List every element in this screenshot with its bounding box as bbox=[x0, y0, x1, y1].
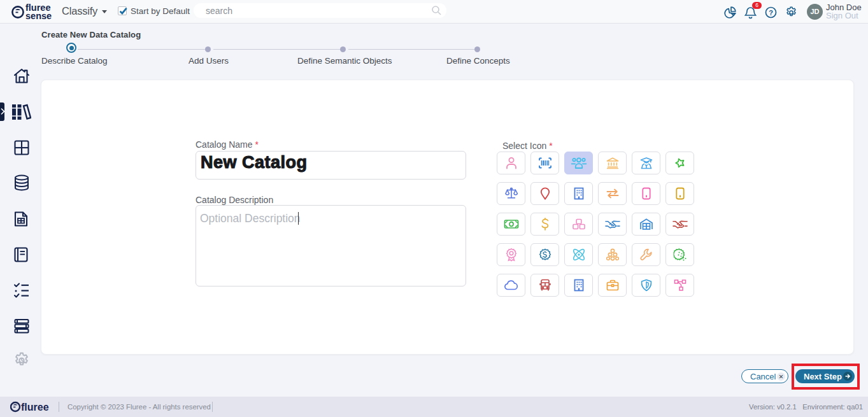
svg-text:sense: sense bbox=[25, 11, 52, 21]
svg-text:fluree: fluree bbox=[21, 402, 49, 413]
svg-text:?: ? bbox=[769, 9, 773, 17]
